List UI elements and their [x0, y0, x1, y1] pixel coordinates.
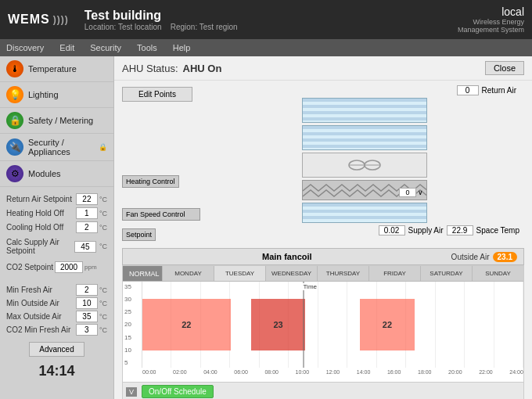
- min-outside-label: Min Outside Air: [6, 299, 76, 307]
- co2-row: CO2 Setpoint ppm: [6, 261, 107, 273]
- co2-min-row: CO2 Min Fresh Air °C: [6, 324, 107, 336]
- nav-help[interactable]: Help: [173, 43, 191, 52]
- friday-value: 22: [383, 320, 392, 329]
- time-2200: 22:00: [479, 369, 493, 379]
- on-off-schedule-button[interactable]: On/Off Schedule: [142, 385, 214, 398]
- co2-input[interactable]: [55, 261, 83, 273]
- v-button[interactable]: V: [126, 387, 137, 397]
- chart-days-header: MONDAY TUESDAY WEDNESDAY THURSDAY FRIDAY…: [162, 266, 523, 281]
- navbar: Discovery Edit Security Tools Help: [0, 39, 532, 56]
- supply-bottom-row: Supply Air Space Temp: [205, 225, 524, 235]
- security-icon: 🔌: [6, 138, 23, 156]
- co2-min-input[interactable]: [76, 324, 98, 336]
- y-30: 30: [124, 296, 140, 303]
- heating-hold-unit: °C: [99, 210, 107, 217]
- chart-content: 22 23 22 Time: [142, 282, 523, 368]
- time-1800: 18:00: [418, 369, 432, 379]
- sidebar-label-temperature: Temperature: [28, 64, 77, 74]
- co2-min-unit: °C: [99, 326, 107, 334]
- time-2000: 20:00: [448, 369, 462, 379]
- close-button[interactable]: Close: [485, 61, 524, 75]
- content-area: AHU Status: AHU On Close Edit Points Hea…: [114, 56, 532, 399]
- nav-tools[interactable]: Tools: [137, 43, 157, 52]
- time-0000: 00:00: [142, 369, 156, 379]
- chart-mode-label: NORMAL: [123, 266, 162, 281]
- min-fresh-input[interactable]: [76, 284, 98, 296]
- header: WEMS )))) Test building Location: Test l…: [0, 0, 532, 39]
- sidebar: 🌡 Temperature 💡 Lighting 🔒 Safety / Mete…: [0, 56, 114, 399]
- heating-chevron: ∨: [418, 189, 423, 196]
- advanced-button[interactable]: Advanced: [29, 342, 84, 357]
- calc-supply-unit: °C: [99, 243, 107, 250]
- calc-supply-input[interactable]: [74, 241, 96, 253]
- time-2400: 24:00: [509, 369, 523, 379]
- nav-discovery[interactable]: Discovery: [6, 43, 44, 52]
- heating-value-input[interactable]: [399, 188, 416, 197]
- time-0200: 02:00: [173, 369, 187, 379]
- cooling-hold-label: Cooling Hold Off: [6, 223, 76, 232]
- logo-text: WEMS: [8, 13, 50, 27]
- chart-day-sunday: SUNDAY: [472, 266, 523, 281]
- setpoints-section: Return Air Setpoint 22 °C Heating Hold O…: [0, 187, 113, 279]
- heating-hold-row: Heating Hold Off °C: [6, 207, 107, 219]
- min-outside-input[interactable]: [76, 297, 98, 309]
- max-outside-row: Max Outside Air °C: [6, 311, 107, 322]
- min-fresh-label: Min Fresh Air: [6, 286, 76, 294]
- monday-bar: 22: [142, 299, 231, 350]
- time-1200: 12:00: [326, 369, 340, 379]
- schedule-buttons: V On/Off Schedule: [122, 383, 524, 399]
- max-outside-input[interactable]: [76, 311, 98, 322]
- time-indicator-line: [303, 282, 304, 368]
- sidebar-item-temperature[interactable]: 🌡 Temperature: [0, 56, 113, 82]
- nav-edit[interactable]: Edit: [59, 43, 74, 52]
- edit-points-button[interactable]: Edit Points: [122, 87, 192, 102]
- nav-security[interactable]: Security: [90, 43, 121, 52]
- system-name: Wireless Energy Management System: [458, 18, 524, 34]
- heating-hold-label: Heating Hold Off: [6, 209, 76, 217]
- max-outside-unit: °C: [99, 313, 107, 321]
- min-fresh-unit: °C: [99, 286, 107, 294]
- return-air-row: Return Air: [205, 85, 524, 95]
- sidebar-label-safety: Safety / Metering: [28, 116, 93, 125]
- y-axis: 35 30 25 20 15 10 5: [123, 282, 142, 368]
- y-25: 25: [124, 308, 140, 315]
- schedule-header: Main fancoil Outside Air 23.1: [122, 248, 524, 265]
- return-air-input[interactable]: 22: [76, 193, 98, 205]
- sidebar-item-modules[interactable]: ⚙ Modules: [0, 161, 113, 187]
- fan-speed-container: Fan Speed Control: [122, 208, 200, 221]
- return-air-setpoint-row: Return Air Setpoint 22 °C: [6, 193, 107, 205]
- min-outside-row: Min Outside Air °C: [6, 297, 107, 309]
- space-temp-value[interactable]: [447, 225, 473, 235]
- top-coil: [302, 98, 427, 123]
- fresh-air-section: Min Fresh Air °C Min Outside Air °C Max …: [0, 284, 113, 336]
- fan-unit: [302, 153, 427, 178]
- sidebar-item-safety[interactable]: 🔒 Safety / Metering: [0, 108, 113, 134]
- ahu-status-label: AHU Status:: [122, 63, 178, 74]
- ahu-header: AHU Status: AHU On Close: [114, 56, 532, 81]
- y-15: 15: [124, 334, 140, 341]
- heating-hold-input[interactable]: [76, 207, 98, 219]
- sidebar-item-security[interactable]: 🔌 Security / Appliances 🔒: [0, 134, 113, 161]
- supply-air-value[interactable]: [379, 225, 405, 235]
- cooling-hold-input[interactable]: [76, 221, 98, 233]
- logo: WEMS )))): [8, 13, 69, 27]
- monday-value: 22: [182, 320, 191, 329]
- safety-icon: 🔒: [6, 112, 23, 129]
- time-0600: 06:00: [234, 369, 248, 379]
- heating-pattern-block: ∨: [302, 180, 427, 200]
- sidebar-item-lighting[interactable]: 💡 Lighting: [0, 82, 113, 108]
- sidebar-label-security: Security / Appliances: [28, 138, 94, 156]
- cooling-hold-row: Cooling Hold Off °C: [6, 221, 107, 233]
- fan-symbol-svg: [345, 157, 384, 173]
- main-layout: 🌡 Temperature 💡 Lighting 🔒 Safety / Mete…: [0, 56, 532, 399]
- y-10: 10: [124, 347, 140, 354]
- max-outside-label: Max Outside Air: [6, 312, 76, 321]
- return-air-value[interactable]: [457, 85, 479, 95]
- region-value: Test region: [200, 23, 238, 31]
- outside-air-label: Outside Air: [451, 253, 490, 261]
- co2-label: CO2 Setpoint: [6, 263, 53, 271]
- chart-header: NORMAL MONDAY TUESDAY WEDNESDAY THURSDAY…: [123, 266, 523, 282]
- setpoint-label: Setpoint: [122, 228, 156, 241]
- location-label: Location:: [84, 23, 117, 31]
- time-indicator-label: Time: [303, 283, 318, 290]
